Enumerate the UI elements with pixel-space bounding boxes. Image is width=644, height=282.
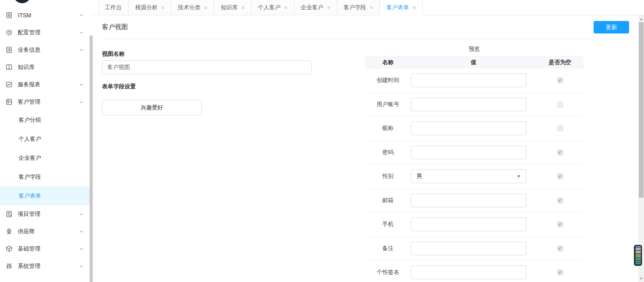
nullable-checkbox[interactable]	[557, 125, 563, 131]
sidebar-item-customer-group[interactable]: 客户分组	[0, 111, 93, 130]
preview-table-body: 创建时间✔用户账号昵称密码✔性别男▼✔邮箱✔手机✔备注✔个性签名✔	[365, 69, 584, 282]
cube-icon	[6, 245, 13, 253]
open-tabs-bar: 工作台根源分析×技术分类×知识库×个人客户×企业客户×客户字段×客户表单×	[93, 0, 644, 15]
close-icon[interactable]: ×	[413, 5, 416, 10]
tab-company-customer[interactable]: 企业客户×	[294, 0, 337, 15]
tab-root-analysis[interactable]: 根源分析×	[128, 0, 171, 15]
field-name-label: 邮箱	[365, 197, 411, 204]
sidebar-item-supplier[interactable]: 供应商	[0, 223, 93, 240]
tab-label: 技术分类	[178, 4, 200, 11]
view-name-input[interactable]	[102, 61, 312, 74]
page-title: 客户视图	[102, 23, 128, 31]
preview-table-header: 名称 值 是否为空	[365, 56, 584, 69]
nullable-checkbox[interactable]: ✔	[557, 198, 563, 203]
table-row-password: 密码✔	[365, 141, 584, 165]
tab-customer-field[interactable]: 客户字段×	[337, 0, 380, 15]
sidebar-item-label: 企业客户	[19, 155, 41, 162]
app-logo	[13, 0, 31, 3]
field-name-label: 密码	[365, 149, 411, 156]
close-icon[interactable]: ×	[204, 5, 207, 10]
sidebar-item-knowledge-base[interactable]: 知识库	[0, 58, 93, 76]
preview-input-remark[interactable]	[411, 242, 526, 255]
close-icon[interactable]: ×	[327, 5, 330, 10]
document-icon	[6, 12, 13, 19]
nullable-cell	[536, 125, 584, 131]
scroll-up-icon[interactable]: ▲	[638, 16, 644, 22]
chevron-down-icon	[79, 13, 84, 18]
preview-input-email[interactable]	[411, 194, 526, 207]
nullable-cell	[536, 102, 584, 107]
nullable-cell: ✔	[536, 221, 584, 227]
sidebar-item-label: 项目管理	[18, 211, 40, 218]
column-header-value: 值	[411, 59, 536, 66]
sidebar-item-customer-form[interactable]: 客户表单	[0, 186, 93, 205]
close-icon[interactable]: ×	[161, 5, 165, 10]
tab-label: 客户字段	[344, 4, 366, 11]
preview-input-mobile[interactable]	[411, 217, 526, 231]
nullable-cell: ✔	[536, 77, 584, 83]
field-name-label: 手机	[365, 221, 411, 228]
sidebar-item-personal-customer[interactable]: 个人客户	[0, 130, 93, 148]
sidebar-item-config-mgmt[interactable]: 配置管理	[0, 24, 93, 41]
nullable-cell: ✔	[536, 150, 584, 155]
column-header-name: 名称	[365, 59, 411, 66]
sidebar-item-base-mgmt[interactable]: 基础管理	[0, 240, 93, 257]
tab-knowledge-base[interactable]: 知识库×	[214, 0, 251, 15]
sidebar-item-itsm[interactable]: ITSM	[0, 6, 93, 24]
nullable-checkbox[interactable]: ✔	[557, 150, 563, 155]
sidebar-item-project-mgmt[interactable]: 项目管理	[0, 205, 93, 223]
sidebar-item-service-report[interactable]: 服务报表	[0, 76, 93, 93]
sidebar-item-company-customer[interactable]: 企业客户	[0, 148, 93, 167]
tab-personal-customer[interactable]: 个人客户×	[251, 0, 294, 15]
scrollbar-thumb[interactable]	[639, 22, 644, 198]
nullable-checkbox[interactable]: ✔	[557, 77, 563, 83]
close-icon[interactable]: ×	[370, 5, 373, 10]
nullable-checkbox[interactable]	[557, 102, 563, 107]
tab-workbench[interactable]: 工作台	[98, 0, 129, 15]
nullable-checkbox[interactable]: ✔	[557, 246, 563, 251]
page-header: 客户视图 更新	[102, 16, 629, 39]
scroll-down-icon[interactable]: ▼	[638, 276, 644, 281]
nullable-cell: ✔	[536, 246, 584, 251]
sidebar-item-customer-field[interactable]: 客户字段	[0, 167, 93, 186]
tab-label: 个人客户	[258, 4, 281, 11]
chevron-down-icon	[79, 82, 84, 87]
field-name-label: 昵称	[365, 125, 411, 132]
window-scrollbar[interactable]: ▲ ▼	[638, 15, 644, 282]
sidebar-item-label: 业务信息	[18, 46, 40, 54]
preview-input-user-account[interactable]	[411, 98, 526, 111]
tab-label: 根源分析	[135, 4, 158, 11]
field-value-cell	[411, 121, 536, 135]
sliders-icon	[6, 263, 13, 270]
sidebar-item-label: 基础管理	[18, 245, 40, 253]
update-button[interactable]: 更新	[594, 21, 629, 33]
tab-tech-category[interactable]: 技术分类×	[171, 0, 214, 15]
preview-input-nickname[interactable]	[411, 121, 526, 135]
sidebar-item-business-info[interactable]: 业务信息	[0, 41, 93, 58]
table-row-email: 邮箱✔	[365, 189, 584, 213]
tab-customer-form[interactable]: 客户表单×	[379, 0, 423, 15]
close-icon[interactable]: ×	[284, 5, 288, 10]
tab-label: 客户表单	[386, 4, 409, 11]
nullable-checkbox[interactable]: ✔	[557, 221, 563, 227]
close-icon[interactable]: ×	[241, 5, 244, 10]
field-value-cell	[411, 242, 536, 255]
preview-select-gender[interactable]: 男▼	[411, 169, 526, 183]
sidebar-item-customer-mgmt[interactable]: 客户管理	[0, 93, 93, 111]
field-value-cell	[411, 194, 536, 207]
preview-input-creation-time[interactable]	[411, 73, 526, 87]
level-meter-bars	[636, 246, 641, 264]
field-card-hobby[interactable]: 兴趣爱好	[102, 100, 202, 115]
nullable-checkbox[interactable]: ✔	[557, 269, 563, 275]
preview-input-password[interactable]	[411, 146, 526, 159]
sidebar-scrollbar[interactable]	[90, 36, 93, 282]
tab-label: 知识库	[221, 4, 238, 11]
field-value-cell	[411, 146, 536, 159]
sidebar-item-label: 客户管理	[18, 98, 40, 106]
sidebar-item-label: 个人客户	[19, 136, 41, 143]
preview-input-signature[interactable]	[411, 265, 526, 279]
book-icon	[6, 64, 13, 71]
nullable-checkbox[interactable]: ✔	[557, 173, 563, 179]
field-name-label: 备注	[365, 245, 411, 252]
sidebar-item-system-mgmt[interactable]: 系统管理	[0, 257, 93, 275]
